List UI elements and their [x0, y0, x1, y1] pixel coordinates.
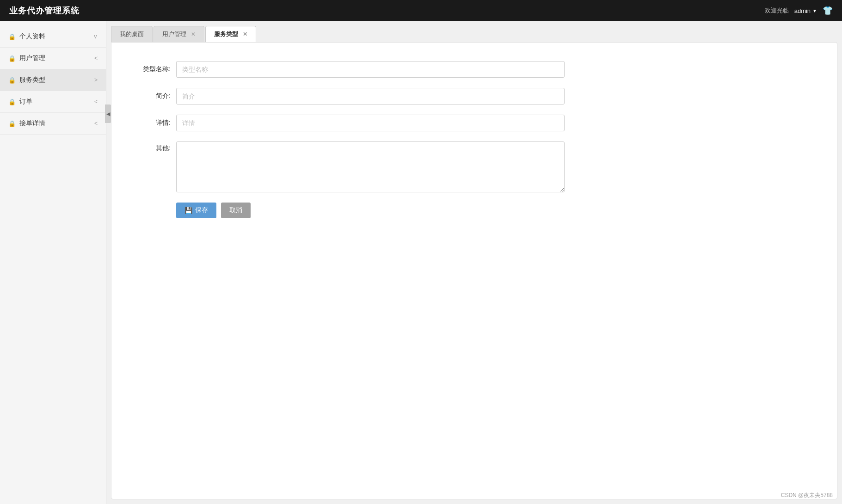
app-title: 业务代办管理系统 — [9, 5, 80, 16]
sidebar-item-order[interactable]: 🔒 订单 < — [0, 91, 106, 113]
tab-label: 用户管理 — [162, 30, 186, 38]
content-area: 类型名称: 简介: 详情: 其他: 💾 保存 — [111, 42, 837, 499]
input-type-name[interactable] — [176, 61, 565, 78]
sidebar-item-label: 用户管理 — [19, 54, 45, 62]
chevron-right-icon: > — [94, 77, 98, 83]
form-buttons: 💾 保存 取消 — [176, 203, 809, 218]
lock-icon: 🔒 — [8, 33, 16, 40]
chevron-down-icon: ∨ — [93, 33, 98, 40]
tab-user-management[interactable]: 用户管理 ✕ — [154, 26, 204, 42]
tab-desktop[interactable]: 我的桌面 — [111, 26, 153, 42]
tab-label: 我的桌面 — [120, 30, 144, 38]
save-icon: 💾 — [184, 207, 192, 214]
sidebar-item-order-detail[interactable]: 🔒 接单详情 < — [0, 113, 106, 135]
label-brief: 简介: — [139, 92, 176, 100]
form-group-other: 其他: — [139, 141, 809, 192]
sidebar-item-service-type[interactable]: 🔒 服务类型 > — [0, 69, 106, 91]
layout: 🔒 个人资料 ∨ 🔒 用户管理 < 🔒 服务类型 > 🔒 订单 < — [0, 21, 842, 504]
sidebar-collapse-button[interactable]: ◀ — [105, 104, 111, 123]
chevron-left-icon: < — [94, 98, 98, 105]
label-other: 其他: — [139, 141, 176, 153]
lock-icon: 🔒 — [8, 55, 16, 62]
sidebar-item-label: 服务类型 — [19, 76, 45, 84]
main-content: 我的桌面 用户管理 ✕ 服务类型 ✕ 类型名称: 简介: — [106, 21, 842, 504]
label-type-name: 类型名称: — [139, 65, 176, 74]
admin-name: admin — [794, 7, 811, 14]
footer: CSDN @夜未央5788 — [781, 492, 833, 499]
close-icon[interactable]: ✕ — [191, 31, 196, 37]
label-detail: 详情: — [139, 119, 176, 127]
sidebar-item-user-management[interactable]: 🔒 用户管理 < — [0, 48, 106, 69]
sidebar-item-profile[interactable]: 🔒 个人资料 ∨ — [0, 26, 106, 48]
textarea-other[interactable] — [176, 141, 565, 192]
sidebar-item-label: 个人资料 — [19, 32, 45, 41]
chevron-left-icon: < — [94, 55, 98, 61]
header-right: 欢迎光临 admin ▼ 👕 — [765, 6, 833, 16]
chevron-left-icon: < — [94, 120, 98, 127]
sidebar-item-label: 接单详情 — [19, 119, 45, 128]
save-button[interactable]: 💾 保存 — [176, 203, 216, 218]
lock-icon: 🔒 — [8, 120, 16, 127]
sidebar-item-label: 订单 — [19, 98, 32, 106]
chevron-down-icon: ▼ — [812, 8, 817, 13]
welcome-text: 欢迎光临 — [765, 6, 789, 15]
header: 业务代办管理系统 欢迎光临 admin ▼ 👕 — [0, 0, 842, 21]
cancel-button[interactable]: 取消 — [221, 203, 251, 218]
form-group-detail: 详情: — [139, 115, 809, 131]
close-icon[interactable]: ✕ — [243, 31, 247, 37]
form-group-type-name: 类型名称: — [139, 61, 809, 78]
input-brief[interactable] — [176, 88, 565, 104]
shirt-icon[interactable]: 👕 — [823, 6, 833, 16]
lock-icon: 🔒 — [8, 77, 16, 84]
sidebar: 🔒 个人资料 ∨ 🔒 用户管理 < 🔒 服务类型 > 🔒 订单 < — [0, 21, 106, 504]
tab-label: 服务类型 — [214, 30, 238, 38]
input-detail[interactable] — [176, 115, 565, 131]
lock-icon: 🔒 — [8, 98, 16, 105]
footer-text: CSDN @夜未央5788 — [781, 492, 833, 498]
form-group-brief: 简介: — [139, 88, 809, 104]
admin-menu[interactable]: admin ▼ — [794, 7, 817, 14]
tab-bar: 我的桌面 用户管理 ✕ 服务类型 ✕ — [106, 21, 842, 42]
tab-service-type[interactable]: 服务类型 ✕ — [205, 26, 256, 42]
